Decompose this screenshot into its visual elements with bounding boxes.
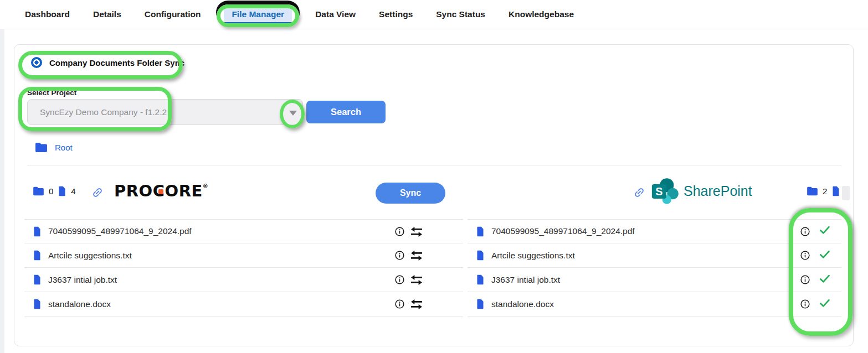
procore-file-count: 4 [71, 186, 75, 196]
table-row[interactable]: standalone.docx [24, 292, 463, 316]
file-icon [33, 274, 42, 285]
table-row[interactable]: J3637 intial job.txt [468, 268, 841, 292]
tab-dashboard[interactable]: Dashboard [25, 9, 70, 19]
scrollbar-thumb[interactable] [842, 186, 850, 200]
procore-file-table: 7040599095_489971064_9_2024.pdf Artcile … [24, 219, 463, 316]
info-icon[interactable] [395, 251, 404, 260]
file-manager-panel: Company Documents Folder Sync Select Pro… [14, 44, 854, 346]
file-icon [33, 299, 42, 309]
info-icon[interactable] [395, 275, 404, 284]
tab-sync-status[interactable]: Sync Status [436, 9, 485, 19]
file-icon [33, 226, 42, 237]
sync-button[interactable]: Sync [376, 183, 445, 204]
info-icon[interactable] [395, 227, 404, 236]
procore-logo-c: C [153, 183, 165, 199]
divider [27, 165, 841, 165]
radio-label: Company Documents Folder Sync [49, 58, 184, 68]
file-icon [831, 186, 840, 196]
swap-arrows-icon[interactable] [410, 299, 423, 309]
tab-data-view[interactable]: Data View [315, 9, 356, 19]
sharepoint-logo: S SharePoint [651, 178, 752, 205]
root-folder-link[interactable]: Root [55, 143, 73, 152]
procore-folder-count: 0 [49, 186, 53, 196]
registered-trademark: ® [203, 184, 209, 189]
sharepoint-counts: 2 [807, 186, 840, 196]
file-name: 7040599095_489971064_9_2024.pdf [491, 226, 635, 236]
sharepoint-mark-icon: S [651, 178, 680, 205]
folder-icon [35, 142, 48, 153]
table-row[interactable]: Artcile suggestions.txt [468, 243, 841, 268]
tab-configuration[interactable]: Configuration [145, 9, 201, 19]
file-icon [476, 274, 485, 285]
file-name: 7040599095_489971064_9_2024.pdf [48, 226, 192, 236]
window-edge [0, 25, 4, 353]
tab-knowledgebase[interactable]: Knowledgebase [509, 9, 574, 19]
table-row[interactable]: standalone.docx [468, 292, 841, 316]
procore-counts: 0 4 [33, 186, 76, 196]
select-project-label: Select Project [27, 89, 76, 97]
check-icon [819, 250, 830, 261]
info-icon[interactable] [395, 299, 404, 309]
project-select-value: SyncEzy Demo Company - f1.2.2 [40, 107, 167, 117]
swap-arrows-icon[interactable] [410, 250, 423, 261]
dropdown-arrow-icon[interactable] [289, 111, 297, 116]
link-icon [633, 186, 645, 199]
breadcrumb[interactable]: Root [35, 142, 73, 153]
folder-icon [33, 186, 44, 196]
file-name: standalone.docx [491, 299, 554, 309]
tab-file-manager-label: File Manager [232, 9, 284, 19]
tab-bar: Dashboard Details Configuration File Man… [0, 0, 868, 29]
info-icon[interactable] [800, 227, 810, 236]
procore-logo-text-2: ORE [165, 183, 203, 199]
sharepoint-folder-count: 2 [823, 186, 827, 196]
link-icon [91, 186, 104, 199]
info-icon[interactable] [800, 251, 810, 260]
file-name: Artcile suggestions.txt [48, 251, 132, 261]
tab-file-manager[interactable]: File Manager [224, 5, 292, 24]
search-button[interactable]: Search [306, 101, 386, 123]
table-row[interactable]: J3637 intial job.txt [24, 268, 463, 292]
procore-logo: PROCORE® [114, 183, 208, 199]
company-documents-folder-sync-option[interactable]: Company Documents Folder Sync [31, 57, 184, 68]
file-icon [33, 250, 42, 261]
file-name: J3637 intial job.txt [48, 275, 117, 285]
sharepoint-logo-letter: S [655, 185, 662, 198]
radio-selected-icon[interactable] [31, 57, 42, 68]
file-name: Artcile suggestions.txt [491, 251, 575, 261]
table-row[interactable]: Artcile suggestions.txt [24, 243, 463, 268]
swap-arrows-icon[interactable] [410, 274, 423, 285]
file-icon [58, 186, 66, 196]
check-icon [819, 274, 830, 285]
info-icon[interactable] [800, 299, 810, 309]
app-window: Dashboard Details Configuration File Man… [0, 0, 868, 353]
file-icon [476, 226, 485, 237]
sharepoint-file-table: 7040599095_489971064_9_2024.pdf Artcile … [468, 219, 841, 316]
check-icon [819, 226, 830, 237]
file-icon [476, 299, 485, 309]
procore-logo-text-1: PRO [114, 183, 153, 199]
swap-arrows-icon[interactable] [410, 226, 423, 237]
file-name: J3637 intial job.txt [491, 275, 560, 285]
tab-details[interactable]: Details [93, 9, 121, 19]
info-icon[interactable] [800, 275, 810, 284]
folder-icon [807, 186, 818, 196]
sharepoint-logo-text: SharePoint [684, 183, 752, 199]
file-name: standalone.docx [48, 299, 111, 309]
project-select[interactable]: SyncEzy Demo Company - f1.2.2 [27, 99, 303, 125]
tab-settings[interactable]: Settings [379, 9, 413, 19]
table-row[interactable]: 7040599095_489971064_9_2024.pdf [468, 219, 841, 243]
check-icon [819, 299, 830, 310]
file-icon [476, 250, 485, 261]
table-row[interactable]: 7040599095_489971064_9_2024.pdf [24, 219, 463, 243]
